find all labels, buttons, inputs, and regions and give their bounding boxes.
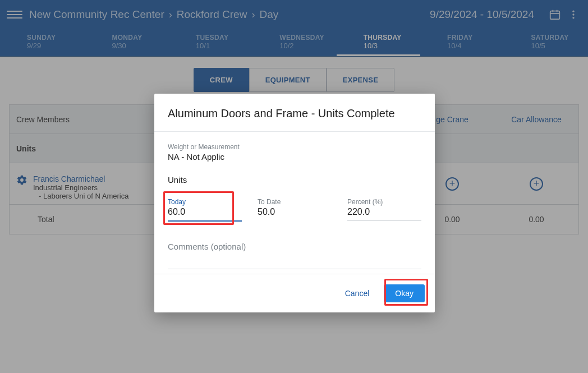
comments-field[interactable]: Comments (optional): [168, 242, 421, 269]
percent-input[interactable]: 220.0: [347, 206, 421, 221]
todate-label: To Date: [258, 198, 332, 206]
okay-button[interactable]: Okay: [384, 284, 425, 302]
cancel-button[interactable]: Cancel: [338, 284, 376, 302]
today-label: Today: [168, 198, 242, 206]
dialog-title: Aluminum Doors and Frame - Units Complet…: [154, 94, 435, 132]
today-field[interactable]: Today 60.0: [168, 198, 242, 222]
todate-value: 50.0: [258, 206, 332, 221]
percent-label: Percent (%): [347, 198, 421, 206]
todate-field: To Date 50.0: [258, 198, 332, 222]
weight-label: Weight or Measurement: [168, 143, 421, 151]
weight-value: NA - Not Applic: [168, 152, 421, 162]
today-input[interactable]: 60.0: [168, 206, 242, 222]
units-section-label: Units: [168, 175, 421, 185]
units-complete-dialog: Aluminum Doors and Frame - Units Complet…: [154, 94, 435, 312]
comments-input[interactable]: [168, 254, 421, 269]
comments-label: Comments (optional): [168, 242, 421, 251]
percent-field[interactable]: Percent (%) 220.0: [347, 198, 421, 222]
